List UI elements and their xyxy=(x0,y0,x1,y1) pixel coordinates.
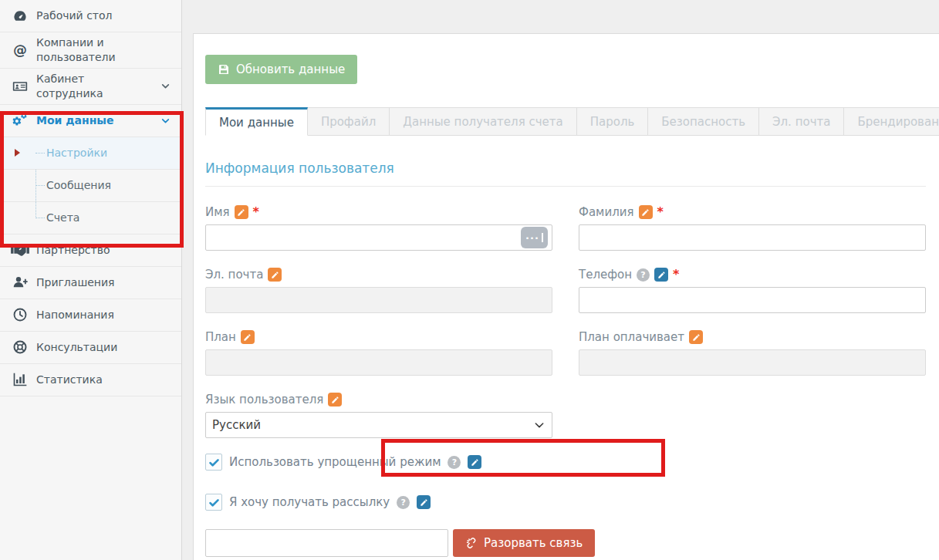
section-title: Информация пользователя xyxy=(205,160,926,176)
tab-password[interactable]: Пароль xyxy=(577,107,649,136)
edit-pencil-icon[interactable] xyxy=(468,455,481,469)
phone-label: Телефон xyxy=(579,268,632,282)
tab-profile[interactable]: Профайл xyxy=(308,107,390,136)
help-icon[interactable]: ? xyxy=(448,456,461,469)
sidebar-item-label: Консультации xyxy=(36,340,171,355)
dashboard-icon xyxy=(11,8,29,24)
unlink-button-label: Разорвать связь xyxy=(484,536,583,550)
field-phone: Телефон ? * xyxy=(579,268,926,313)
sidebar-item-label: Приглашения xyxy=(36,275,171,290)
sidebar-subitem-settings[interactable]: Настройки xyxy=(0,137,181,170)
sidebar: Рабочий стол @ Компании и пользователи К… xyxy=(0,0,182,560)
sidebar-item-employee-cabinet[interactable]: Кабинет сотрудника xyxy=(0,69,181,105)
newsletter-checkbox[interactable] xyxy=(205,494,222,511)
unlink-row: Разорвать связь xyxy=(205,529,926,557)
last-name-label: Фамилия xyxy=(579,205,634,219)
required-asterisk: * xyxy=(253,208,259,216)
simple-mode-label: Использовать упрощенный режим xyxy=(229,455,441,469)
plan-input xyxy=(205,349,552,376)
language-label: Язык пользователя xyxy=(205,393,323,407)
edit-pencil-icon[interactable] xyxy=(417,495,431,509)
chevron-down-icon xyxy=(160,116,171,126)
sidebar-item-label: Мои данные xyxy=(36,113,154,128)
sidebar-item-consultations[interactable]: Консультации xyxy=(0,332,181,364)
tab-branding[interactable]: Брендирование xyxy=(844,107,939,136)
simple-mode-row: Использовать упрощенный режим ? xyxy=(205,452,926,472)
sidebar-item-my-data[interactable]: Мои данные xyxy=(0,105,181,137)
current-item-caret-icon xyxy=(15,149,20,157)
newsletter-row: Я хочу получать рассылку ? xyxy=(205,492,926,512)
user-plus-icon xyxy=(11,275,29,290)
edit-pencil-icon[interactable] xyxy=(654,268,668,282)
sidebar-item-companies-users[interactable]: @ Компании и пользователи xyxy=(0,32,181,69)
gears-icon xyxy=(11,112,29,129)
first-name-label: Имя xyxy=(205,205,230,219)
sidebar-item-label: Партнёрство xyxy=(36,243,171,258)
section-divider xyxy=(205,186,926,187)
main-area: Обновить данные Мои данные Профайл Данны… xyxy=(182,0,939,560)
broken-link-icon xyxy=(465,537,478,549)
tab-my-data[interactable]: Мои данные xyxy=(205,107,308,136)
dotted-connector xyxy=(35,153,45,153)
bar-chart-icon xyxy=(11,372,29,387)
handshake-icon xyxy=(11,244,29,257)
life-ring-icon xyxy=(11,339,29,355)
sidebar-subitem-label: Настройки xyxy=(46,147,107,159)
unlink-button[interactable]: Разорвать связь xyxy=(453,529,595,557)
grid-spacer xyxy=(579,393,926,438)
phone-input[interactable] xyxy=(579,287,926,313)
edit-pencil-icon[interactable] xyxy=(235,205,248,219)
content-panel: Обновить данные Мои данные Профайл Данны… xyxy=(193,33,939,560)
simple-mode-checkbox[interactable] xyxy=(205,454,222,471)
sidebar-item-invitations[interactable]: Приглашения xyxy=(0,267,181,299)
sidebar-item-statistics[interactable]: Статистика xyxy=(0,364,181,396)
first-name-input[interactable] xyxy=(205,224,552,251)
sidebar-subitem-messages[interactable]: Сообщения xyxy=(0,170,181,202)
id-card-icon xyxy=(11,79,29,94)
help-icon[interactable]: ? xyxy=(637,268,650,282)
chevron-down-icon xyxy=(160,81,171,91)
edit-pencil-icon[interactable] xyxy=(689,330,703,344)
required-asterisk: * xyxy=(657,208,664,216)
help-icon[interactable]: ? xyxy=(397,496,410,509)
sidebar-item-dashboard[interactable]: Рабочий стол xyxy=(0,0,181,32)
sidebar-item-partnership[interactable]: Партнёрство xyxy=(0,234,181,267)
sidebar-item-label: Статистика xyxy=(36,373,171,387)
save-icon xyxy=(218,63,230,76)
update-data-button[interactable]: Обновить данные xyxy=(205,55,357,84)
tab-security[interactable]: Безопасность xyxy=(648,107,759,136)
plan-payer-label: План оплачивает xyxy=(579,330,684,344)
field-first-name: Имя * ··· xyxy=(205,205,552,251)
sidebar-item-reminders[interactable]: Напоминания xyxy=(0,299,181,332)
linked-account-input[interactable] xyxy=(205,529,448,557)
last-name-input[interactable] xyxy=(579,224,926,251)
edit-pencil-icon[interactable] xyxy=(639,205,653,219)
field-language: Язык пользователя Русский xyxy=(205,393,552,438)
field-email: Эл. почта xyxy=(205,268,552,313)
sidebar-subitem-label: Счета xyxy=(46,211,79,224)
sidebar-subitem-invoices[interactable]: Счета xyxy=(0,202,181,234)
dotted-connector xyxy=(35,218,45,218)
edit-pencil-icon[interactable] xyxy=(268,268,282,282)
at-icon: @ xyxy=(11,43,29,57)
sidebar-item-label: Кабинет сотрудника xyxy=(36,72,154,101)
field-plan: План xyxy=(205,330,552,376)
user-info-form: Имя * ··· Фамилия * xyxy=(205,205,926,438)
required-asterisk: * xyxy=(673,271,679,278)
edit-pencil-icon[interactable] xyxy=(328,393,342,407)
edit-pencil-icon[interactable] xyxy=(241,330,255,344)
my-data-submenu: Настройки Сообщения Счета xyxy=(0,137,181,234)
update-data-button-label: Обновить данные xyxy=(236,62,345,76)
sidebar-item-label: Рабочий стол xyxy=(36,8,171,23)
tab-invoice-recipient[interactable]: Данные получателя счета xyxy=(390,107,576,136)
tab-bar: Мои данные Профайл Данные получателя сче… xyxy=(205,107,926,136)
clock-icon xyxy=(11,307,29,322)
dotted-connector xyxy=(35,185,45,186)
email-input xyxy=(205,287,552,313)
plan-payer-input xyxy=(579,349,926,376)
autofill-icon[interactable]: ··· xyxy=(521,227,548,248)
language-select[interactable]: Русский xyxy=(205,412,552,438)
email-label: Эл. почта xyxy=(205,268,263,282)
plan-label: План xyxy=(205,330,236,344)
tab-email[interactable]: Эл. почта xyxy=(759,107,844,136)
